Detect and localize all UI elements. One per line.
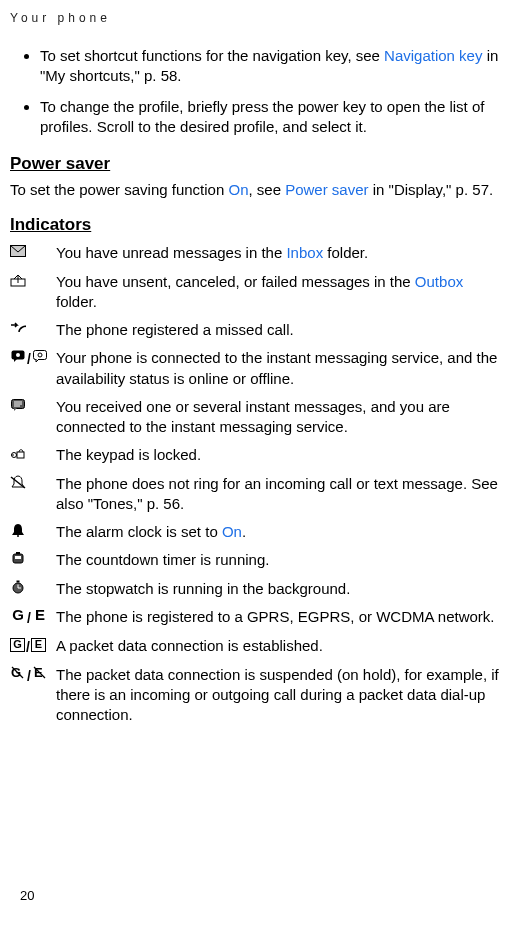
indicator-desc: The keypad is locked. [56,445,507,465]
text: folder. [56,293,97,310]
e-icon: E [32,609,48,621]
missed-icon [10,322,26,334]
indicator-icon-cell [10,320,56,334]
text: The phone registered a missed call. [56,321,294,338]
text: To set shortcut functions for the naviga… [40,47,384,64]
indicator-desc: The stopwatch is running in the backgrou… [56,579,507,599]
indicator-icon-cell: G / E [10,665,56,686]
indicator-desc: Your phone is connected to the instant m… [56,348,507,389]
indicator-row: G / EThe phone is registered to a GPRS, … [10,607,507,628]
indicator-row: G / EThe packet data connection is suspe… [10,665,507,726]
indicator-row: You received one or several instant mess… [10,397,507,438]
boxed-g-icon: G [10,638,25,652]
page-number: 20 [20,887,34,905]
text: The phone is registered to a GPRS, EGPRS… [56,608,495,625]
text: To change the profile, briefly press the… [40,98,484,135]
svg-point-6 [38,353,42,357]
svg-line-14 [11,477,25,488]
text: The phone does not ring for an incoming … [56,475,498,512]
lock-icon [10,447,26,459]
link-power-saver[interactable]: Power saver [285,181,368,198]
indicator-row: / Your phone is connected to the instant… [10,348,507,389]
envelope-icon [10,245,26,257]
text: The stopwatch is running in the backgrou… [56,580,350,597]
link[interactable]: Navigation key [384,47,482,64]
separator: / [26,638,30,657]
heading-power-saver: Power saver [10,153,507,176]
indicator-desc: The phone registered a missed call. [56,320,507,340]
indicator-icon-cell [10,272,56,286]
bullet-item: To change the profile, briefly press the… [40,97,507,138]
page-header: Your phone [10,10,507,26]
separator: / [27,609,31,628]
indicator-icon-cell [10,522,56,536]
indicator-desc: You have unread messages in the Inbox fo… [56,243,507,263]
silent-icon [10,476,26,488]
link[interactable]: Inbox [286,244,323,261]
bullet-item: To set shortcut functions for the naviga… [40,46,507,87]
link-on[interactable]: On [228,181,248,198]
text: The keypad is locked. [56,446,201,463]
im-msg-icon [10,399,26,411]
indicator-desc: You received one or several instant mess… [56,397,507,438]
indicator-desc: You have unsent, canceled, or failed mes… [56,272,507,313]
stopwatch-icon [10,581,26,593]
separator: / [27,350,31,369]
svg-rect-11 [17,452,24,458]
indicator-row: You have unread messages in the Inbox fo… [10,243,507,263]
indicator-icon-cell: G / E [10,636,56,657]
boxed-e-icon: E [31,638,46,652]
indicator-list: You have unread messages in the Inbox fo… [10,243,507,725]
indicator-row: The phone registered a missed call. [10,320,507,340]
indicator-row: The countdown timer is running. [10,550,507,570]
indicator-icon-cell [10,474,56,488]
indicator-desc: A packet data connection is established. [56,636,507,656]
text: The packet data connection is suspended … [56,666,499,724]
text: You have unread messages in the [56,244,286,261]
indicator-icon-cell: / [10,348,56,369]
power-saver-text: To set the power saving function On, see… [10,180,507,200]
link[interactable]: On [222,523,242,540]
text: The alarm clock is set to [56,523,222,540]
g-icon: G [10,609,26,621]
indicator-icon-cell [10,445,56,459]
text: To set the power saving function [10,181,228,198]
text: You have unsent, canceled, or failed mes… [56,273,415,290]
indicator-row: You have unsent, canceled, or failed mes… [10,272,507,313]
indicator-row: G / EA packet data connection is establi… [10,636,507,657]
indicator-desc: The packet data connection is suspended … [56,665,507,726]
e-susp-icon: E [32,667,48,679]
indicator-row: The alarm clock is set to On. [10,522,507,542]
indicator-desc: The alarm clock is set to On. [56,522,507,542]
svg-point-4 [16,353,20,357]
svg-point-15 [17,535,19,537]
text: , see [248,181,285,198]
bullet-list: To set shortcut functions for the naviga… [10,46,507,137]
svg-rect-22 [17,580,20,582]
g-susp-icon: G [10,667,26,679]
text: You received one or several instant mess… [56,398,450,435]
text: . [242,523,246,540]
separator: / [27,667,31,686]
im-on-icon [10,350,26,362]
indicator-icon-cell [10,550,56,564]
im-off-icon [32,350,48,362]
text: A packet data connection is established. [56,637,323,654]
indicator-desc: The phone does not ring for an incoming … [56,474,507,515]
timer-icon [10,552,26,564]
indicator-icon-cell [10,579,56,593]
svg-rect-17 [15,556,21,559]
indicator-row: The phone does not ring for an incoming … [10,474,507,515]
text: The countdown timer is running. [56,551,269,568]
indicator-row: The stopwatch is running in the backgrou… [10,579,507,599]
heading-indicators: Indicators [10,214,507,237]
indicator-icon-cell [10,243,56,257]
indicator-icon-cell: G / E [10,607,56,628]
text: in "Display," p. 57. [369,181,494,198]
indicator-desc: The phone is registered to a GPRS, EGPRS… [56,607,507,627]
link[interactable]: Outbox [415,273,463,290]
indicator-desc: The countdown timer is running. [56,550,507,570]
indicator-row: The keypad is locked. [10,445,507,465]
svg-rect-5 [33,351,46,360]
svg-rect-18 [16,552,20,554]
